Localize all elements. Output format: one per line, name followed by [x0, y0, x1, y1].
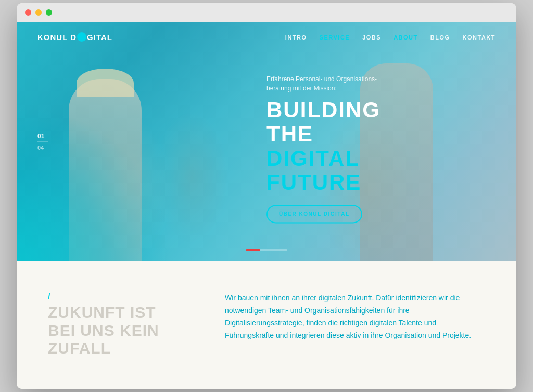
- section-title-line3: ZUFALL: [48, 339, 194, 358]
- nav-item-jobs[interactable]: JOBS: [362, 32, 381, 42]
- logo-dot-icon: [77, 32, 86, 42]
- progress-bar-fill: [246, 249, 260, 251]
- nav-item-kontakt[interactable]: KONTAKT: [463, 32, 496, 42]
- browser-chrome: [17, 3, 516, 22]
- nav-item-intro[interactable]: INTRO: [285, 32, 307, 42]
- slide-counter: 01 04: [37, 133, 48, 151]
- hero-subtitle: Erfahrene Personal- und Organisations- b…: [266, 75, 380, 94]
- hero-content: Erfahrene Personal- und Organisations- b…: [266, 75, 380, 224]
- tick-icon: /: [48, 292, 50, 302]
- hero-title-future: FUTURE: [266, 171, 380, 194]
- section-body-text: Wir bauen mit ihnen an ihrer digitalen Z…: [225, 292, 485, 342]
- minimize-dot[interactable]: [35, 9, 42, 16]
- close-dot[interactable]: [25, 9, 31, 16]
- progress-bar-container: [246, 249, 287, 251]
- section-body: Wir bauen mit ihnen an ihrer digitalen Z…: [225, 292, 485, 342]
- section-heading: / ZUKUNFT IST BEI UNS KEIN ZUFALL: [48, 292, 194, 358]
- hero-title-the: THE: [266, 123, 380, 147]
- logo-text-2: GITAL: [87, 33, 112, 42]
- below-fold-section: / ZUKUNFT IST BEI UNS KEIN ZUFALL Wir ba…: [17, 261, 516, 389]
- nav-item-service[interactable]: SERVICE: [320, 32, 350, 42]
- nav-item-about[interactable]: ABOUT: [394, 32, 418, 42]
- slide-total-number: 04: [37, 145, 48, 151]
- progress-bar: [246, 249, 287, 251]
- hero-section: KONUL D GITAL INTRO SERVICE JOBS ABOUT B…: [17, 22, 516, 261]
- hero-cta-button[interactable]: ÜBER KONUL DIGITAL: [266, 205, 362, 223]
- nav-item-blog[interactable]: BLOG: [430, 32, 450, 42]
- teal-gradient-overlay: [17, 105, 173, 261]
- maximize-dot[interactable]: [46, 9, 52, 16]
- site-logo[interactable]: KONUL D GITAL: [37, 32, 112, 42]
- navbar: KONUL D GITAL INTRO SERVICE JOBS ABOUT B…: [17, 22, 516, 52]
- section-title-line1: ZUKUNFT IST: [48, 304, 194, 322]
- hero-title-building: BUILDING: [266, 99, 380, 123]
- slide-current-number: 01: [37, 133, 48, 140]
- section-title: ZUKUNFT IST BEI UNS KEIN ZUFALL: [48, 304, 194, 358]
- section-title-line2: BEI UNS KEIN: [48, 322, 194, 340]
- nav-links: INTRO SERVICE JOBS ABOUT BLOG KONTAKT: [285, 32, 496, 42]
- browser-window: KONUL D GITAL INTRO SERVICE JOBS ABOUT B…: [17, 3, 516, 389]
- heading-accent: /: [48, 292, 194, 302]
- logo-text-1: KONUL D: [37, 33, 77, 42]
- slide-divider: [37, 142, 48, 142]
- hero-title-digital: DIGITAL: [266, 147, 380, 171]
